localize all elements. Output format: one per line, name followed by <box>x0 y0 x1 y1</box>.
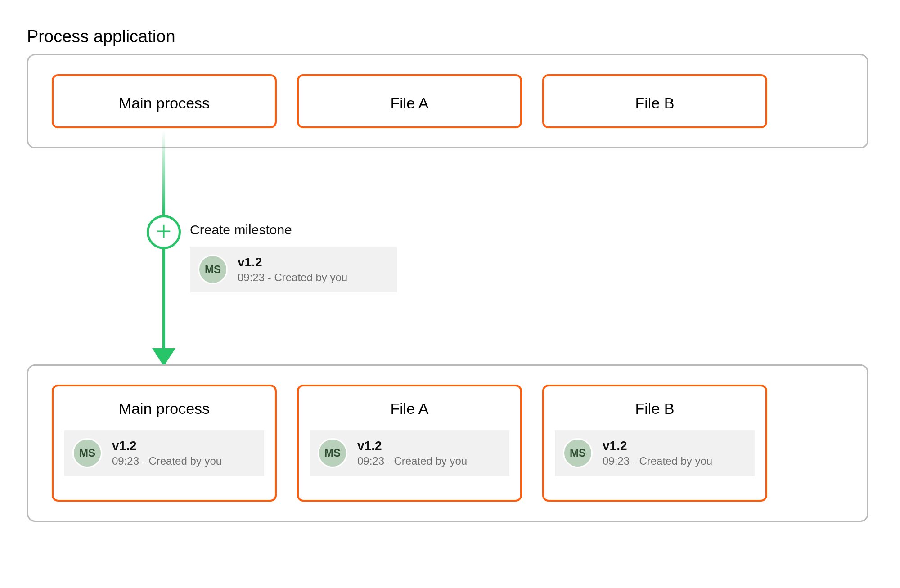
milestone-meta: 09:23 - Created by you <box>238 271 347 284</box>
arrow-head-icon <box>152 348 176 366</box>
file-card-main-process[interactable]: Main process <box>52 74 277 128</box>
file-card-label: File B <box>555 94 755 112</box>
milestone-text: v1.2 09:23 - Created by you <box>238 255 347 284</box>
milestone-chip[interactable]: MS v1.2 09:23 - Created by you <box>190 247 397 292</box>
diagram-canvas: Process application Main process File A … <box>0 0 900 588</box>
milestone-text: v1.2 09:23 - Created by you <box>603 439 712 467</box>
milestone-version: v1.2 <box>357 439 467 453</box>
plus-icon <box>155 223 172 242</box>
milestone-version: v1.2 <box>603 439 712 453</box>
milestone-badge: MS <box>563 438 593 468</box>
milestone-version: v1.2 <box>238 255 347 269</box>
milestone-text: v1.2 09:23 - Created by you <box>112 439 222 467</box>
page-title: Process application <box>27 27 873 46</box>
milestone-text: v1.2 09:23 - Created by you <box>357 439 467 467</box>
milestone-chip: MS v1.2 09:23 - Created by you <box>310 430 509 476</box>
file-card-file-a[interactable]: File A <box>297 74 522 128</box>
milestone-badge: MS <box>72 438 102 468</box>
milestone-meta: 09:23 - Created by you <box>112 455 222 467</box>
milestone-badge: MS <box>318 438 347 468</box>
file-card-label: Main process <box>64 400 264 417</box>
milestone-chip: MS v1.2 09:23 - Created by you <box>64 430 264 476</box>
file-card-label: File B <box>555 400 755 417</box>
file-card-file-a-versioned[interactable]: File A MS v1.2 09:23 - Created by you <box>297 385 522 502</box>
file-card-label: File A <box>310 400 509 417</box>
milestone-chip: MS v1.2 09:23 - Created by you <box>555 430 755 476</box>
file-card-main-process-versioned[interactable]: Main process MS v1.2 09:23 - Created by … <box>52 385 277 502</box>
milestone-badge: MS <box>198 255 228 284</box>
milestone-meta: 09:23 - Created by you <box>603 455 712 467</box>
create-milestone-label: Create milestone <box>190 222 292 238</box>
file-card-file-b[interactable]: File B <box>542 74 767 128</box>
milestone-meta: 09:23 - Created by you <box>357 455 467 467</box>
file-card-file-b-versioned[interactable]: File B MS v1.2 09:23 - Created by you <box>542 385 767 502</box>
file-card-label: Main process <box>64 94 264 112</box>
create-milestone-button[interactable] <box>147 215 181 249</box>
milestone-version: v1.2 <box>112 439 222 453</box>
file-card-label: File A <box>310 94 509 112</box>
